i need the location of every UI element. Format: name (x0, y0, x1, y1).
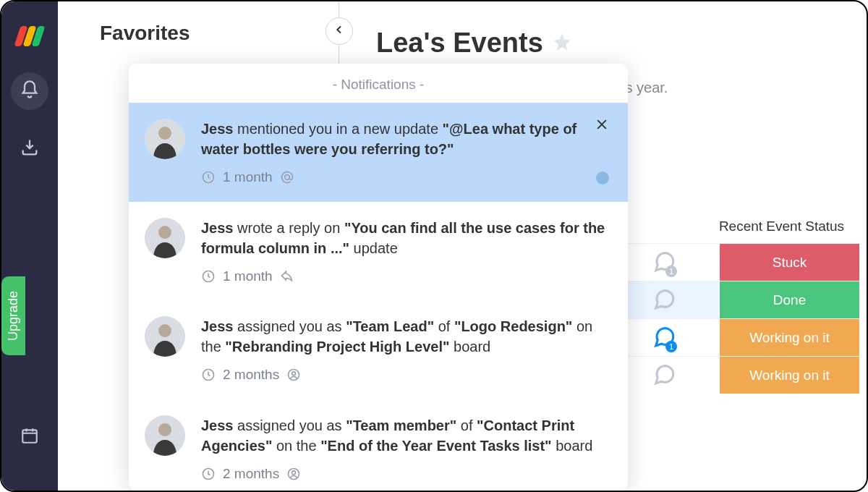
notification-time: 1 month (223, 168, 273, 187)
notification-item[interactable]: Jess assigned you as "Team member" of "C… (129, 399, 628, 491)
svg-point-6 (158, 324, 171, 337)
status-cell[interactable]: Done (718, 281, 859, 318)
upgrade-button[interactable]: Upgrade (1, 276, 25, 355)
notification-type-icon (280, 269, 294, 284)
svg-point-9 (292, 372, 296, 376)
favorites-heading: Favorites (100, 22, 190, 45)
notification-item[interactable]: Jess assigned you as "Team Lead" of "Log… (129, 300, 628, 399)
svg-rect-0 (22, 430, 37, 442)
main-area: Favorites Lea's Events ning this year. R… (58, 1, 867, 491)
svg-point-1 (158, 127, 171, 140)
chat-icon[interactable] (652, 362, 676, 389)
inbox-nav-button[interactable] (11, 130, 48, 168)
notification-type-icon (286, 368, 301, 382)
chat-icon[interactable]: 1 (652, 249, 676, 276)
board-title: Lea's Events (376, 27, 543, 59)
notification-item[interactable]: Jess mentioned you in a new update "@Lea… (129, 103, 628, 202)
notification-item[interactable]: Jess wrote a reply on "You can find all … (129, 202, 628, 301)
status-cell[interactable]: Working on it (718, 319, 859, 356)
notification-text: Jess assigned you as "Team member" of "C… (201, 415, 612, 484)
app-logo (17, 26, 42, 46)
svg-point-3 (284, 175, 289, 180)
clock-icon (201, 269, 216, 284)
download-tray-icon (20, 137, 40, 161)
calendar-icon (20, 426, 39, 448)
avatar (145, 218, 185, 258)
chevron-left-icon (333, 24, 345, 38)
unread-indicator (596, 171, 609, 184)
notifications-panel: - Notifications - Jess mentioned you in … (129, 64, 628, 491)
notification-text: Jess wrote a reply on "You can find all … (201, 218, 612, 287)
dismiss-button[interactable] (595, 117, 609, 135)
chat-icon[interactable] (652, 287, 676, 314)
notification-time: 2 months (223, 465, 279, 484)
clock-icon (201, 368, 216, 382)
avatar (145, 119, 185, 159)
svg-point-13 (292, 471, 296, 475)
notification-text: Jess assigned you as "Team Lead" of "Log… (201, 316, 612, 385)
svg-point-10 (158, 423, 171, 436)
bell-icon (20, 80, 40, 103)
notification-time: 1 month (223, 267, 273, 287)
notification-type-icon (286, 467, 301, 481)
clock-icon (201, 467, 216, 481)
collapse-button[interactable] (326, 17, 353, 45)
notification-text: Jess mentioned you in a new update "@Lea… (201, 119, 612, 187)
chat-icon[interactable]: 1 (652, 324, 676, 352)
notifications-nav-button[interactable] (11, 72, 48, 110)
status-cell[interactable]: Stuck (718, 244, 859, 281)
notification-time: 2 months (223, 365, 279, 385)
calendar-nav-button[interactable] (11, 418, 48, 456)
notifications-heading: - Notifications - (129, 64, 628, 103)
status-cell[interactable]: Working on it (718, 357, 859, 394)
svg-point-4 (158, 226, 171, 239)
avatar (145, 316, 185, 357)
clock-icon (201, 170, 216, 184)
left-rail: Upgrade (1, 1, 58, 491)
favorite-star-button[interactable] (552, 32, 572, 55)
avatar (145, 415, 185, 456)
notification-type-icon (280, 170, 294, 184)
